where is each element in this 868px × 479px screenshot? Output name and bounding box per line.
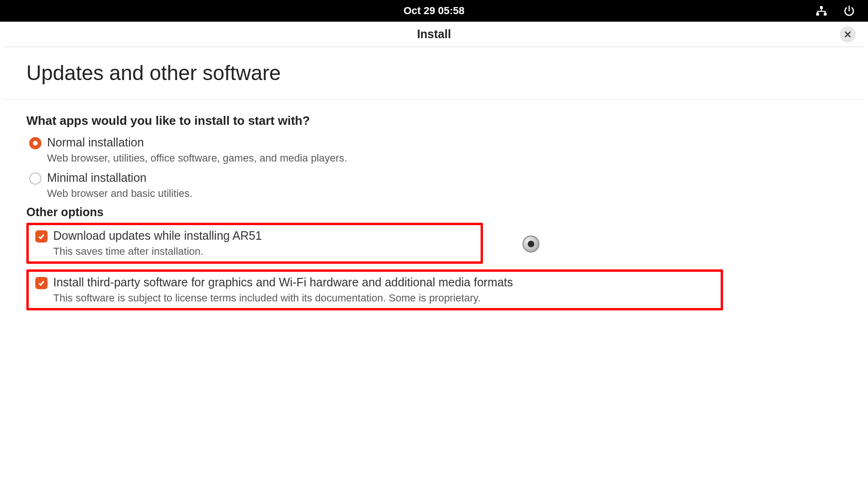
content-area: Updates and other software What apps wou… <box>4 47 864 330</box>
divider <box>4 99 864 99</box>
download-updates-texts: Download updates while installing AR51 T… <box>53 229 262 258</box>
svg-rect-0 <box>820 6 823 9</box>
annotation-highlight-1: Download updates while installing AR51 T… <box>26 223 483 264</box>
third-party-option[interactable]: Install third-party software for graphic… <box>32 275 717 305</box>
installer-window: Install Updates and other software What … <box>4 22 864 330</box>
third-party-desc: This software is subject to license term… <box>53 292 513 304</box>
other-options-header: Other options <box>26 205 842 219</box>
third-party-label: Install third-party software for graphic… <box>53 276 513 289</box>
normal-install-label: Normal installation <box>47 136 347 149</box>
normal-install-radio[interactable] <box>29 137 41 149</box>
download-updates-checkbox[interactable] <box>35 230 48 243</box>
download-updates-desc: This saves time after installation. <box>53 245 262 258</box>
close-button[interactable] <box>840 26 856 42</box>
check-icon <box>38 233 45 240</box>
busy-spinner <box>522 235 539 252</box>
topbar-status-area <box>815 5 855 16</box>
topbar-datetime[interactable]: Oct 29 05:58 <box>403 5 465 17</box>
annotation-highlight-2: Install third-party software for graphic… <box>26 269 723 310</box>
third-party-checkbox[interactable] <box>35 277 48 289</box>
network-icon[interactable] <box>815 5 828 16</box>
minimal-install-option[interactable]: Minimal installation Web browser and bas… <box>26 170 842 201</box>
svg-rect-5 <box>817 11 818 13</box>
power-icon[interactable] <box>844 5 855 16</box>
normal-install-option[interactable]: Normal installation Web browser, utiliti… <box>26 135 842 165</box>
minimal-install-texts: Minimal installation Web browser and bas… <box>47 171 193 200</box>
install-type-subtitle: What apps would you like to install to s… <box>26 114 842 128</box>
check-icon <box>38 279 45 287</box>
gnome-topbar: Oct 29 05:58 <box>0 0 868 22</box>
download-updates-label: Download updates while installing AR51 <box>53 229 262 243</box>
minimal-install-label: Minimal installation <box>47 171 193 185</box>
normal-install-texts: Normal installation Web browser, utiliti… <box>47 136 347 164</box>
close-icon <box>844 31 851 38</box>
minimal-install-radio[interactable] <box>29 172 41 185</box>
svg-rect-4 <box>817 11 826 12</box>
download-updates-option[interactable]: Download updates while installing AR51 T… <box>32 228 477 259</box>
svg-rect-6 <box>825 11 826 13</box>
minimal-install-desc: Web browser and basic utilities. <box>47 187 193 200</box>
window-header: Install <box>4 22 864 47</box>
page-title: Updates and other software <box>26 61 842 85</box>
normal-install-desc: Web browser, utilities, office software,… <box>47 152 347 164</box>
spinner-icon <box>522 235 539 252</box>
third-party-texts: Install third-party software for graphic… <box>53 276 513 304</box>
window-title: Install <box>417 27 451 41</box>
